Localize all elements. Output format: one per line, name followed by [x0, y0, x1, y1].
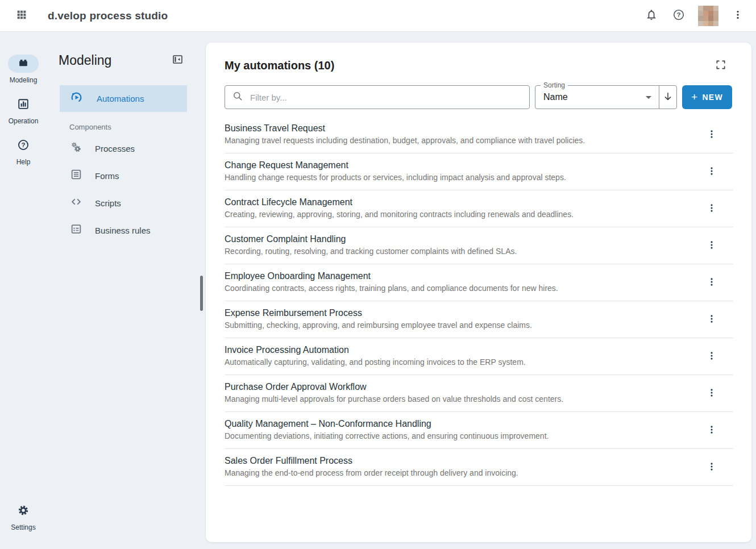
sidebar-item-scripts-label: Scripts [95, 198, 121, 208]
sidebar-title: Modeling [59, 53, 111, 68]
rail-item-modeling[interactable]: Modeling [8, 55, 39, 84]
row-menu-button[interactable] [703, 197, 721, 220]
code-brackets-icon [70, 196, 82, 210]
card-header: My automations (10) [206, 43, 751, 73]
row-menu-button[interactable] [703, 382, 721, 405]
gear-icon [17, 504, 30, 518]
automation-row-text: Change Request Management Handling chang… [225, 153, 703, 190]
app-title: d.velop process studio [48, 10, 168, 22]
brick-icon [17, 57, 30, 71]
automation-title: Contract Lifecycle Management [225, 197, 703, 208]
automation-row[interactable]: Change Request Management Handling chang… [225, 153, 733, 190]
collapse-panel-button[interactable] [169, 52, 185, 68]
automation-row[interactable]: Employee Onboarding Management Coordinat… [225, 264, 733, 301]
bell-icon [645, 9, 658, 23]
automation-description: Documenting deviations, initiating corre… [225, 431, 703, 442]
new-button[interactable]: + NEW [682, 85, 732, 109]
automation-row-text: Customer Complaint Handling Recording, r… [225, 227, 703, 264]
sidebar: Modeling Automations Components [47, 32, 205, 548]
row-menu-button[interactable] [703, 271, 721, 294]
row-menu-button[interactable] [703, 308, 721, 331]
kebab-menu-icon [732, 9, 743, 22]
automation-title: Sales Order Fulfillment Process [225, 455, 703, 467]
question-circle-icon: ? [17, 139, 30, 153]
sidebar-item-business-rules[interactable]: Business rules [47, 217, 205, 244]
row-menu-button[interactable] [703, 419, 721, 442]
panel-collapse-icon [172, 53, 184, 67]
sidebar-item-business-rules-label: Business rules [95, 226, 151, 235]
layout: Modeling Operation ? Help [0, 32, 756, 548]
settings-pill [8, 502, 39, 520]
automation-title: Customer Complaint Handling [225, 234, 703, 245]
automation-description: Managing the end-to-end process from ord… [225, 468, 703, 479]
automation-description: Managing multi-level approvals for purch… [225, 394, 703, 405]
automation-description: Automatically capturing, validating, and… [225, 357, 703, 368]
automation-row-text: Business Travel Request Managing travel … [225, 117, 703, 153]
operation-pill [8, 95, 39, 114]
sorting-value: Name [543, 92, 568, 102]
row-menu-button[interactable] [703, 345, 721, 368]
apps-grid-button[interactable] [10, 5, 33, 27]
icon-rail: Modeling Operation ? Help [0, 32, 47, 548]
rail-item-settings[interactable]: Settings [8, 502, 39, 531]
sidebar-item-scripts[interactable]: Scripts [47, 189, 205, 217]
row-menu-button[interactable] [703, 456, 721, 479]
rules-table-icon [70, 223, 82, 238]
sorting-select[interactable]: Name [535, 86, 659, 109]
automation-row[interactable]: Customer Complaint Handling Recording, r… [225, 227, 733, 264]
page-title: My automations (10) [225, 59, 334, 72]
automation-list: Business Travel Request Managing travel … [225, 117, 733, 486]
sort-direction-button[interactable] [659, 86, 676, 109]
automation-title: Business Travel Request [225, 123, 703, 134]
automation-row[interactable]: Business Travel Request Managing travel … [225, 117, 733, 153]
modeling-pill [8, 55, 39, 73]
sidebar-item-processes[interactable]: Processes [47, 135, 205, 162]
bar-chart-icon [17, 98, 30, 112]
row-kebab-icon [707, 425, 717, 436]
rail-item-help[interactable]: ? Help [8, 136, 39, 166]
rail-label-modeling: Modeling [10, 76, 38, 84]
sidebar-item-processes-label: Processes [95, 144, 135, 153]
row-kebab-icon [707, 166, 717, 178]
automation-row[interactable]: Expense Reimbursement Process Submitting… [225, 301, 733, 338]
automation-row[interactable]: Contract Lifecycle Management Creating, … [225, 190, 733, 227]
automation-row[interactable]: Invoice Processing Automation Automatica… [225, 338, 733, 375]
row-kebab-icon [707, 129, 717, 141]
automation-row-text: Employee Onboarding Management Coordinat… [225, 264, 703, 301]
sidebar-item-automations[interactable]: Automations [60, 85, 187, 112]
sidebar-scrollbar-thumb[interactable] [200, 276, 203, 311]
avatar[interactable] [698, 6, 718, 26]
row-menu-button[interactable] [703, 160, 721, 183]
row-kebab-icon [707, 277, 717, 289]
automation-row[interactable]: Sales Order Fulfillment Process Managing… [225, 449, 733, 486]
automation-description: Coordinating contracts, access rights, t… [225, 283, 703, 294]
automation-row-text: Contract Lifecycle Management Creating, … [225, 190, 703, 227]
rail-label-operation: Operation [9, 117, 39, 125]
filter-input[interactable] [249, 92, 522, 103]
automation-row[interactable]: Purchase Order Approval Workflow Managin… [225, 375, 733, 412]
automations-icon [70, 91, 83, 106]
row-menu-button[interactable] [703, 123, 721, 146]
fullscreen-button[interactable] [713, 57, 729, 73]
filter-box [225, 85, 530, 109]
automation-title: Invoice Processing Automation [225, 344, 703, 356]
svg-text:?: ? [677, 11, 681, 18]
rail-item-operation[interactable]: Operation [8, 95, 39, 125]
sidebar-item-forms[interactable]: Forms [47, 162, 205, 189]
automation-row[interactable]: Quality Management – Non-Conformance Han… [225, 412, 733, 449]
arrow-down-icon [662, 91, 674, 104]
topbar-menu-button[interactable] [726, 5, 749, 27]
automation-row-text: Purchase Order Approval Workflow Managin… [225, 375, 703, 411]
help-button[interactable]: ? [667, 5, 690, 27]
notifications-button[interactable] [640, 5, 663, 27]
automation-description: Managing travel requests including desti… [225, 135, 703, 146]
automation-description: Creating, reviewing, approving, storing,… [225, 209, 703, 220]
fullscreen-icon [715, 59, 726, 72]
automation-title: Change Request Management [225, 160, 703, 171]
svg-text:?: ? [22, 142, 26, 148]
row-kebab-icon [707, 314, 717, 326]
row-menu-button[interactable] [703, 234, 721, 257]
automation-description: Recording, routing, resolving, and track… [225, 246, 703, 257]
plus-icon: + [691, 92, 698, 102]
automation-row-text: Expense Reimbursement Process Submitting… [225, 301, 703, 338]
